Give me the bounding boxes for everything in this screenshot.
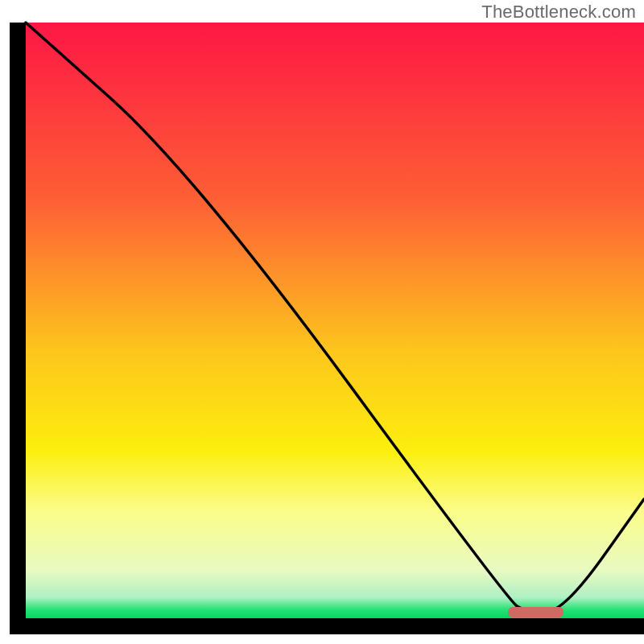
bottleneck-chart <box>0 0 644 644</box>
watermark-text: TheBottleneck.com <box>481 2 636 23</box>
plot-background <box>26 23 644 618</box>
chart-container: TheBottleneck.com <box>0 0 644 644</box>
optimal-range-marker <box>508 607 564 617</box>
